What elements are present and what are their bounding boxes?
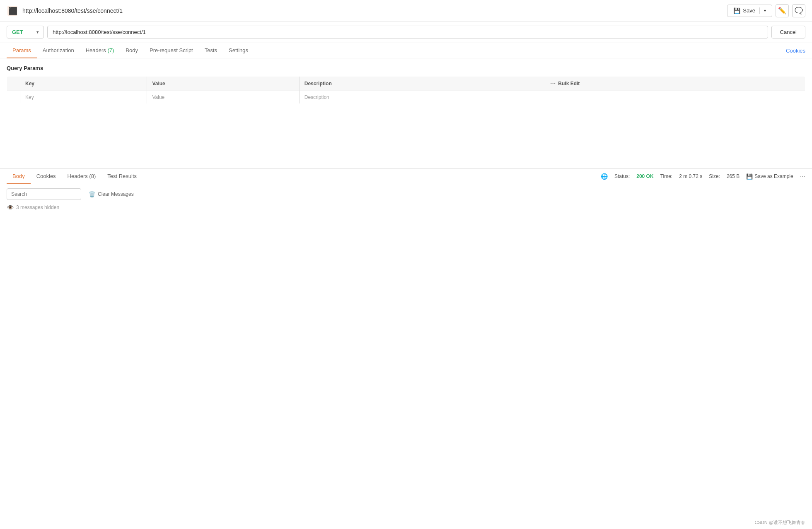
tab-params-label: Params: [12, 47, 31, 53]
query-params-title: Query Params: [7, 65, 805, 71]
status-value: 200 OK: [636, 173, 653, 179]
url-input[interactable]: [47, 26, 768, 38]
response-section: Body Cookies Headers (8) Test Results 🌐 …: [0, 169, 812, 417]
params-col-description: Description: [299, 77, 545, 91]
params-col-key: Key: [20, 77, 147, 91]
tab-pre-request-script[interactable]: Pre-request Script: [144, 43, 199, 58]
window-url-title: http://localhost:8080/test/sse/connect/1: [22, 7, 123, 14]
response-search-input[interactable]: [7, 188, 81, 200]
method-select[interactable]: GET ▾: [7, 26, 44, 38]
footer-attribution: CSDN @谁不想飞舞青春: [755, 519, 805, 526]
save-example-button[interactable]: 💾 Save as Example: [746, 173, 793, 180]
response-tab-cookies[interactable]: Cookies: [31, 169, 62, 184]
app-icon: ⬛: [7, 5, 18, 17]
method-label: GET: [12, 29, 23, 35]
response-tab-test-results[interactable]: Test Results: [102, 169, 143, 184]
tab-tests[interactable]: Tests: [199, 43, 223, 58]
bulk-edit-label: Bulk Edit: [558, 81, 580, 87]
params-description-placeholder: Description: [304, 94, 329, 100]
save-button[interactable]: 💾 Save ▾: [727, 5, 772, 17]
tab-headers-badge: (7): [107, 47, 114, 53]
response-tab-test-results-label: Test Results: [107, 173, 137, 179]
hidden-messages-row: 👁️ 3 messages hidden: [0, 204, 812, 211]
edit-icon-button[interactable]: ✏️: [776, 4, 789, 17]
params-placeholder-row[interactable]: Key Value Description: [7, 91, 805, 104]
response-tab-headers[interactable]: Headers (8): [62, 169, 102, 184]
svg-text:⬛: ⬛: [8, 7, 18, 16]
tab-params[interactable]: Params: [7, 43, 37, 58]
response-left-tools: 🗑️ Clear Messages: [7, 188, 138, 200]
cancel-button[interactable]: Cancel: [771, 26, 805, 38]
params-key-placeholder: Key: [25, 94, 34, 100]
save-icon: 💾: [733, 7, 740, 14]
tab-authorization-label: Authorization: [43, 47, 74, 53]
params-col-bulk: ··· Bulk Edit: [545, 77, 805, 91]
bulk-dots-icon[interactable]: ···: [550, 80, 556, 87]
response-tab-headers-label: Headers (8): [68, 173, 96, 179]
response-tools: 🗑️ Clear Messages: [0, 184, 812, 204]
hidden-messages-text: 3 messages hidden: [16, 204, 59, 210]
response-tabs-bar: Body Cookies Headers (8) Test Results 🌐 …: [0, 169, 812, 184]
tab-settings[interactable]: Settings: [223, 43, 254, 58]
params-table: Key Value Description ··· Bulk Edit Key: [7, 76, 805, 104]
params-value-placeholder: Value: [152, 94, 164, 100]
response-tab-body-label: Body: [12, 173, 25, 179]
save-example-icon: 💾: [746, 173, 753, 180]
params-key-cell[interactable]: Key: [20, 91, 147, 104]
eye-off-icon: 👁️: [7, 204, 14, 211]
save-label: Save: [743, 7, 755, 14]
cookies-link[interactable]: Cookies: [786, 48, 805, 54]
response-tab-cookies-label: Cookies: [36, 173, 56, 179]
query-params-section: Query Params Key Value Description ··· B…: [0, 58, 812, 111]
clear-messages-label: Clear Messages: [98, 191, 134, 197]
top-bar-right: 💾 Save ▾ ✏️ 🗨️: [727, 4, 805, 17]
save-chevron-icon: ▾: [764, 8, 766, 13]
tab-settings-label: Settings: [229, 47, 248, 53]
params-table-header-row: Key Value Description ··· Bulk Edit: [7, 77, 805, 91]
tab-authorization[interactable]: Authorization: [37, 43, 80, 58]
clear-messages-button[interactable]: 🗑️ Clear Messages: [85, 189, 138, 200]
params-col-value: Value: [147, 77, 299, 91]
tab-headers-label: Headers: [86, 47, 108, 53]
params-description-cell[interactable]: Description: [299, 91, 545, 104]
time-label: Time:: [660, 173, 673, 179]
status-label: Status:: [614, 173, 630, 179]
url-bar: GET ▾ Cancel: [0, 22, 812, 43]
params-bulk-cell: [545, 91, 805, 104]
globe-icon: 🌐: [601, 173, 608, 180]
params-col-checkbox: [7, 77, 20, 91]
response-tabs: Body Cookies Headers (8) Test Results: [7, 169, 143, 184]
response-more-icon[interactable]: ···: [800, 173, 805, 180]
tab-tests-label: Tests: [205, 47, 217, 53]
clear-messages-icon: 🗑️: [89, 191, 95, 197]
top-bar: ⬛ http://localhost:8080/test/sse/connect…: [0, 0, 812, 22]
tab-body[interactable]: Body: [120, 43, 144, 58]
method-arrow-icon: ▾: [36, 30, 39, 34]
tab-pre-request-label: Pre-request Script: [150, 47, 193, 53]
tab-headers[interactable]: Headers (7): [80, 43, 120, 58]
params-row-checkbox: [7, 91, 20, 104]
response-body-area: 👁️ 3 messages hidden Sending request... …: [0, 204, 812, 287]
size-label: Size:: [709, 173, 720, 179]
comment-icon-button[interactable]: 🗨️: [792, 4, 805, 17]
response-tab-body[interactable]: Body: [7, 169, 31, 184]
request-tabs-bar: Params Authorization Headers (7) Body Pr…: [0, 43, 812, 58]
tab-body-label: Body: [126, 47, 138, 53]
size-value: 265 B: [727, 173, 740, 179]
time-value: 2 m 0.72 s: [679, 173, 702, 179]
params-value-cell[interactable]: Value: [147, 91, 299, 104]
save-example-label: Save as Example: [754, 173, 793, 179]
response-status-bar: 🌐 Status: 200 OK Time: 2 m 0.72 s Size: …: [601, 173, 805, 180]
top-bar-left: ⬛ http://localhost:8080/test/sse/connect…: [7, 5, 123, 17]
